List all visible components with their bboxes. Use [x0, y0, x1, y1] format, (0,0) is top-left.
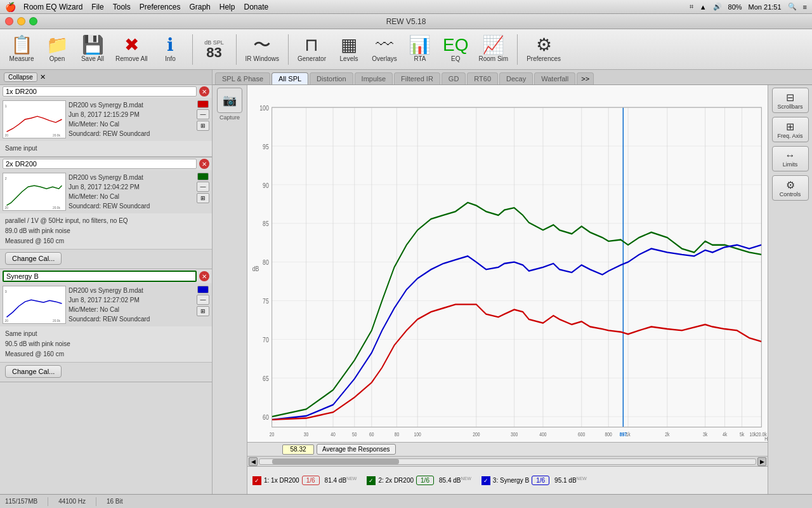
meas-3-close-button[interactable]: ✕ [199, 271, 209, 281]
tab-gd[interactable]: GD [442, 72, 466, 84]
meas-1-soundcard: Soundcard: REW Soundcard [69, 129, 194, 138]
maximize-button[interactable] [29, 17, 37, 25]
preferences-button[interactable]: ⚙ Preferences [523, 32, 565, 67]
tab-bar: SPL & Phase All SPL Distortion Impulse F… [213, 70, 812, 85]
tab-more[interactable]: >> [577, 72, 594, 84]
meas-1-eq-btn[interactable]: ⊞ [197, 121, 209, 131]
minimize-button[interactable] [17, 17, 25, 25]
h-scrollbar[interactable]: ◀ ▶ [247, 456, 768, 466]
meas-3-color-btn[interactable] [197, 286, 209, 293]
bluetooth-icon[interactable]: ⌗ [690, 3, 693, 11]
legend-check-2[interactable]: ✓ [367, 476, 376, 485]
overlays-button[interactable]: 〰 Overlays [368, 32, 401, 67]
scroll-track[interactable] [259, 458, 756, 465]
separator-1 [192, 34, 193, 65]
svg-text:5k: 5k [740, 431, 744, 438]
info-button[interactable]: ℹ Info [154, 32, 187, 67]
scroll-left-button[interactable]: ◀ [249, 457, 258, 466]
limits-button[interactable]: ↔ Limits [772, 146, 809, 171]
legend-check-3[interactable]: ✓ [481, 476, 490, 485]
scroll-thumb[interactable] [272, 459, 399, 464]
legend-db-2: 85.4 dBNEW [439, 476, 471, 484]
preferences-label: Preferences [527, 55, 561, 62]
legend-smooth-2[interactable]: 1/6 [416, 476, 434, 485]
generator-button[interactable]: ⊓ Generator [294, 32, 330, 67]
save-all-button[interactable]: 💾 Save All [76, 32, 109, 67]
svg-text:80: 80 [395, 431, 400, 438]
meas-3-eq-btn[interactable]: ⊞ [197, 306, 209, 316]
meas-2-file: DR200 vs Synergy B.mdat [69, 173, 194, 182]
search-icon[interactable]: 🔍 [788, 3, 797, 11]
measure-button[interactable]: 📋 Measure [5, 32, 38, 67]
controls-button[interactable]: ⚙ Controls [772, 175, 809, 201]
meas-1-name-input[interactable] [3, 86, 197, 97]
legend-check-1[interactable]: ✓ [252, 476, 261, 485]
meas-3-line-btn[interactable]: — [197, 295, 209, 305]
legend-smooth-3[interactable]: 1/6 [532, 476, 549, 485]
close-button[interactable] [5, 17, 13, 25]
graph-area[interactable]: 100 95 90 85 80 75 70 65 60 dB [247, 85, 768, 442]
meas-1-close-button[interactable]: ✕ [199, 86, 209, 97]
svg-text:20: 20 [270, 431, 275, 438]
meas-3-note2: 90.5 dB with pink noise [5, 339, 207, 349]
svg-text:200: 200 [473, 431, 480, 438]
scroll-right-button[interactable]: ▶ [757, 457, 766, 466]
scrollbars-button[interactable]: ⊟ Scrollbars [772, 88, 809, 113]
meas-2-eq-btn[interactable]: ⊞ [197, 193, 209, 203]
meas-2-close-button[interactable]: ✕ [199, 159, 209, 169]
tab-impulse[interactable]: Impulse [355, 72, 393, 84]
controls-icon: ⚙ [786, 179, 795, 191]
ir-windows-button[interactable]: 〜 IR Windows [242, 32, 283, 67]
separator-4 [517, 34, 518, 65]
menu-file[interactable]: File [91, 3, 103, 11]
meas-1-color-btn[interactable] [197, 100, 209, 108]
apple-menu[interactable]: 🍎 [5, 2, 16, 12]
svg-rect-4 [4, 173, 65, 210]
meas-2-line-btn[interactable]: — [197, 182, 209, 192]
legend-smooth-1[interactable]: 1/6 [302, 476, 320, 485]
menu-donate[interactable]: Donate [244, 3, 268, 11]
menu-graph[interactable]: Graph [189, 3, 210, 11]
room-sim-button[interactable]: 📈 Room Sim [475, 32, 512, 67]
menu-help[interactable]: Help [219, 3, 235, 11]
meas-3-change-cal-button[interactable]: Change Cal... [5, 365, 62, 378]
spl-meter-display: dB SPL 83 [198, 32, 231, 67]
menu-preferences[interactable]: Preferences [140, 3, 181, 11]
tab-decay[interactable]: Decay [499, 72, 533, 84]
tab-distortion[interactable]: Distortion [310, 72, 353, 84]
meas-2-color-btn[interactable] [197, 173, 209, 180]
menu-rew[interactable]: Room EQ Wizard [23, 3, 82, 11]
collapse-button[interactable]: Collapse [4, 72, 37, 82]
generator-icon: ⊓ [304, 36, 318, 54]
meas-2-name-input[interactable] [3, 159, 197, 169]
svg-text:20.0k: 20.0k [53, 134, 60, 137]
eq-button[interactable]: EQ EQ [439, 32, 472, 67]
meas-2-note2: 89.0 dB with pink noise [5, 226, 207, 236]
freq-axis-button[interactable]: ⊞ Freq. Axis [772, 117, 809, 142]
freq-value-input[interactable] [282, 444, 314, 455]
tab-spl-phase[interactable]: SPL & Phase [215, 72, 270, 84]
tab-filtered-ir[interactable]: Filtered IR [394, 72, 440, 84]
eq-icon: EQ [443, 36, 468, 54]
tab-waterfall[interactable]: Waterfall [534, 72, 575, 84]
menu-icon[interactable]: ≡ [803, 3, 807, 11]
tab-all-spl[interactable]: All SPL [272, 72, 308, 84]
limits-label: Limits [783, 161, 798, 168]
open-button[interactable]: 📁 Open [41, 32, 74, 67]
legend-db-3: 95.1 dBNEW [554, 476, 587, 484]
levels-button[interactable]: ▦ Levels [332, 32, 365, 67]
meas-2-header: ✕ [0, 157, 212, 170]
volume-icon[interactable]: 🔊 [713, 3, 722, 11]
meas-2-change-cal-button[interactable]: Change Cal... [5, 252, 62, 265]
meas-1-line-btn[interactable]: — [197, 109, 209, 119]
meas-2-note: parallel / 1V @ 50Hz input, no filters, … [0, 213, 212, 250]
svg-text:2: 2 [5, 177, 7, 180]
avg-response-button[interactable]: Average the Responses [317, 444, 396, 455]
meas-3-name-input[interactable] [3, 271, 197, 282]
rta-button[interactable]: 📊 RTA [403, 32, 436, 67]
capture-button[interactable]: 📷 [217, 88, 242, 113]
wifi-icon[interactable]: ▲ [700, 3, 707, 11]
menu-tools[interactable]: Tools [113, 3, 131, 11]
tab-rt60[interactable]: RT60 [467, 72, 498, 84]
remove-all-button[interactable]: ✖ Remove All [112, 32, 152, 67]
